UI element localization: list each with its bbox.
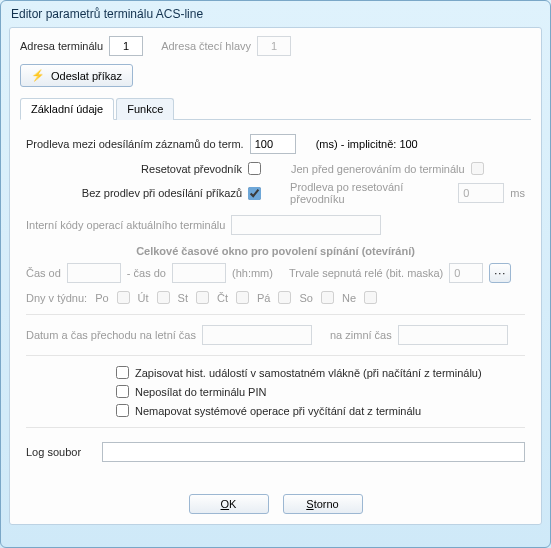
delay-hint: (ms) - implicitně: 100	[316, 138, 418, 150]
content-panel: Adresa terminálu Adresa čtecí hlavy ⚡ Od…	[9, 27, 542, 525]
reset-converter-label: Resetovat převodník	[122, 163, 242, 175]
day-ut-checkbox	[157, 291, 170, 304]
day-so-checkbox	[321, 291, 334, 304]
delay-input[interactable]	[250, 134, 296, 154]
days-label: Dny v týdnu:	[26, 292, 87, 304]
log-label: Log soubor	[26, 446, 96, 458]
day-st: St	[178, 292, 188, 304]
send-command-label: Odeslat příkaz	[51, 70, 122, 82]
dialog-buttons: OK Storno	[10, 494, 541, 514]
before-gen-checkbox	[471, 162, 484, 175]
time-window-title: Celkové časové okno pro povolení spínání…	[26, 245, 525, 257]
no-delay-checkbox[interactable]	[248, 187, 261, 200]
no-pin-label: Neposílat do terminálu PIN	[135, 386, 266, 398]
tab-functions[interactable]: Funkce	[116, 98, 174, 120]
post-reset-input	[458, 183, 504, 203]
day-st-checkbox	[196, 291, 209, 304]
tab-basic[interactable]: Základní údaje	[20, 98, 114, 120]
day-pa-checkbox	[278, 291, 291, 304]
time-to-input	[172, 263, 226, 283]
terminal-addr-input[interactable]	[109, 36, 143, 56]
tab-strip: Základní údaje Funkce	[20, 97, 531, 120]
ok-button[interactable]: OK	[189, 494, 269, 514]
post-reset-label: Prodleva po resetování převodníku	[290, 181, 452, 205]
reset-converter-checkbox[interactable]	[248, 162, 261, 175]
window-title: Editor parametrů terminálu ACS-line	[1, 1, 550, 25]
dst-summer-input	[202, 325, 312, 345]
day-po-checkbox	[117, 291, 130, 304]
reader-addr-label: Adresa čtecí hlavy	[161, 40, 251, 52]
terminal-addr-label: Adresa terminálu	[20, 40, 103, 52]
delay-label: Prodleva mezi odesíláním záznamů do term…	[26, 138, 244, 150]
day-ct-checkbox	[236, 291, 249, 304]
relay-label: Trvale sepnutá relé (bit. maska)	[289, 267, 443, 279]
internal-codes-label: Interní kódy operací aktuálního terminál…	[26, 219, 225, 231]
dst-winter-label: na zimní čas	[330, 329, 392, 341]
time-hint: (hh:mm)	[232, 267, 273, 279]
no-map-checkbox[interactable]	[116, 404, 129, 417]
time-from-input	[67, 263, 121, 283]
tab-panel-basic: Prodleva mezi odesíláním záznamů do term…	[20, 120, 531, 468]
relay-input	[449, 263, 483, 283]
reader-addr-input	[257, 36, 291, 56]
time-to-label: - čas do	[127, 267, 166, 279]
dst-summer-label: Datum a čas přechodu na letní čas	[26, 329, 196, 341]
cancel-button[interactable]: Storno	[283, 494, 363, 514]
hist-thread-label: Zapisovat hist. událostí v samostatném v…	[135, 367, 482, 379]
lightning-icon: ⚡	[31, 69, 45, 82]
relay-more-button[interactable]: ···	[489, 263, 511, 283]
log-path-input[interactable]	[102, 442, 525, 462]
day-pa: Pá	[257, 292, 270, 304]
day-so: So	[299, 292, 312, 304]
day-ut: Út	[138, 292, 149, 304]
no-delay-label: Bez prodlev při odesílání příkazů	[66, 187, 242, 199]
before-gen-label: Jen před generováním do terminálu	[291, 163, 465, 175]
no-map-label: Nemapovat systémové operace při vyčítání…	[135, 405, 421, 417]
day-po: Po	[95, 292, 108, 304]
day-ne-checkbox	[364, 291, 377, 304]
hist-thread-checkbox[interactable]	[116, 366, 129, 379]
post-reset-unit: ms	[510, 187, 525, 199]
day-ne: Ne	[342, 292, 356, 304]
no-pin-checkbox[interactable]	[116, 385, 129, 398]
send-command-button[interactable]: ⚡ Odeslat příkaz	[20, 64, 133, 87]
time-from-label: Čas od	[26, 267, 61, 279]
dst-winter-input	[398, 325, 508, 345]
day-ct: Čt	[217, 292, 228, 304]
internal-codes-input	[231, 215, 381, 235]
